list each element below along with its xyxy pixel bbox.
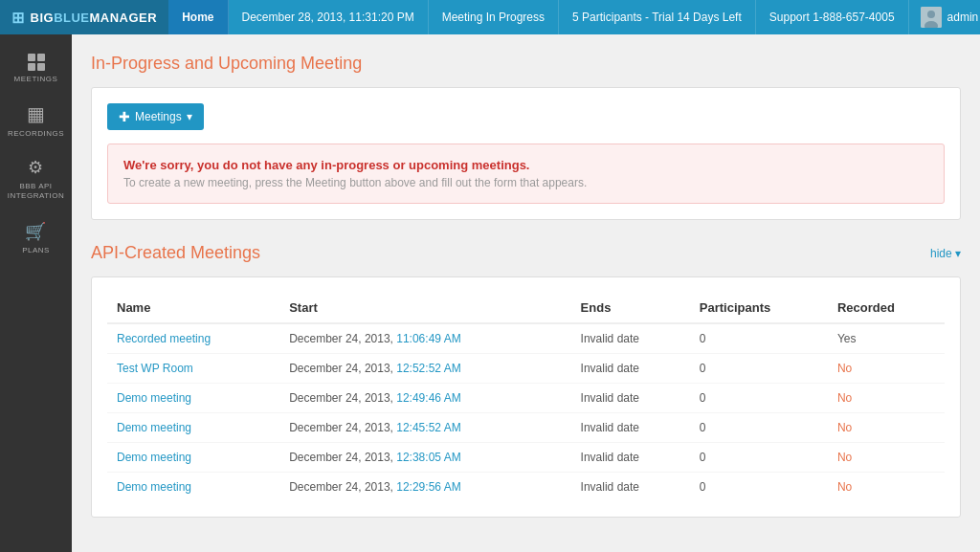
meetings-icon (28, 54, 45, 71)
nav-datetime: December 28, 2013, 11:31:20 PM (229, 0, 429, 34)
inprogress-box: ✚ Meetings ▾ We're sorry, you do not hav… (91, 87, 961, 220)
recordings-icon: ▦ (27, 102, 46, 125)
cell-ends: Invalid date (571, 443, 690, 473)
inprogress-title: In-Progress and Upcoming Meeting (91, 54, 961, 74)
cell-ends: Invalid date (571, 323, 690, 354)
nav-home[interactable]: Home (168, 0, 228, 34)
nav-right: Support 1-888-657-4005 admin (756, 0, 980, 34)
table-row: Demo meetingDecember 24, 2013, 12:29:56 … (107, 473, 945, 502)
table-header: Name Start Ends Participants Recorded (107, 293, 945, 323)
col-participants: Participants (690, 293, 828, 323)
cell-participants: 0 (690, 473, 828, 502)
cell-ends: Invalid date (571, 384, 690, 413)
cell-recorded: Yes (828, 323, 945, 354)
cell-name[interactable]: Demo meeting (107, 473, 279, 502)
col-start: Start (279, 293, 570, 323)
cell-name[interactable]: Demo meeting (107, 413, 279, 443)
cell-participants: 0 (690, 323, 828, 354)
meetings-button-caret: ▾ (187, 110, 192, 123)
table-row: Demo meetingDecember 24, 2013, 12:38:05 … (107, 443, 945, 473)
cell-ends: Invalid date (571, 473, 690, 502)
cell-participants: 0 (690, 354, 828, 384)
cell-start: December 24, 2013, 11:06:49 AM (279, 323, 570, 354)
table-row: Test WP RoomDecember 24, 2013, 12:52:52 … (107, 354, 945, 384)
nav-admin[interactable]: admin (909, 0, 980, 34)
api-icon: ⚙ (28, 157, 44, 178)
col-name: Name (107, 293, 279, 323)
sidebar-item-recordings[interactable]: ▦ RECORDINGS (0, 93, 72, 147)
top-navigation: ⊞ BIGBLUEMANAGER Home December 28, 2013,… (0, 0, 980, 34)
hide-link[interactable]: hide ▾ (930, 247, 961, 260)
col-recorded: Recorded (828, 293, 945, 323)
cell-name[interactable]: Demo meeting (107, 384, 279, 413)
meetings-button[interactable]: ✚ Meetings ▾ (107, 103, 204, 130)
alert-title: We're sorry, you do not have any in-prog… (123, 158, 928, 172)
cell-participants: 0 (690, 384, 828, 413)
sidebar-item-api-label: BBB APIINTEGRATION (8, 182, 65, 202)
nav-meeting-status: Meeting In Progress (429, 0, 559, 34)
sidebar-item-plans-label: PLANS (22, 246, 50, 254)
api-meetings-table: Name Start Ends Participants Recorded Re… (107, 293, 945, 501)
admin-label: admin (947, 11, 979, 24)
plans-icon: 🛒 (25, 221, 47, 242)
table-row: Demo meetingDecember 24, 2013, 12:49:46 … (107, 384, 945, 413)
main-content: In-Progress and Upcoming Meeting ✚ Meeti… (72, 34, 980, 552)
sidebar-item-recordings-label: RECORDINGS (8, 129, 64, 138)
cell-recorded: No (828, 384, 945, 413)
api-section-header: API-Created Meetings hide ▾ (91, 243, 961, 263)
sidebar-item-api[interactable]: ⚙ BBB APIINTEGRATION (0, 147, 72, 211)
sidebar: MEETINGS ▦ RECORDINGS ⚙ BBB APIINTEGRATI… (0, 34, 72, 552)
cell-start: December 24, 2013, 12:29:56 AM (279, 473, 570, 502)
cell-recorded: No (828, 354, 945, 384)
sidebar-item-meetings-label: MEETINGS (14, 75, 58, 83)
meetings-button-label: Meetings (135, 110, 182, 123)
cell-participants: 0 (690, 443, 828, 473)
cell-recorded: No (828, 473, 945, 502)
cell-recorded: No (828, 413, 945, 443)
col-ends: Ends (571, 293, 690, 323)
cell-recorded: No (828, 443, 945, 473)
meetings-button-plus: ✚ (119, 109, 130, 124)
sidebar-item-meetings[interactable]: MEETINGS (0, 44, 72, 93)
alert-text: To create a new meeting, press the Meeti… (123, 176, 928, 189)
cell-name[interactable]: Demo meeting (107, 443, 279, 473)
api-meetings-table-box: Name Start Ends Participants Recorded Re… (91, 276, 961, 518)
cell-start: December 24, 2013, 12:38:05 AM (279, 443, 570, 473)
nav-participants: 5 Participants - Trial 14 Days Left (559, 0, 756, 34)
cell-name[interactable]: Test WP Room (107, 354, 279, 384)
svg-point-1 (927, 11, 935, 18)
cell-participants: 0 (690, 413, 828, 443)
cell-ends: Invalid date (571, 413, 690, 443)
brand-logo[interactable]: ⊞ BIGBLUEMANAGER (0, 0, 168, 34)
api-section-title: API-Created Meetings (91, 243, 260, 263)
nav-support: Support 1-888-657-4005 (756, 0, 909, 34)
sidebar-item-plans[interactable]: 🛒 PLANS (0, 211, 72, 264)
admin-avatar (921, 7, 942, 28)
cell-start: December 24, 2013, 12:45:52 AM (279, 413, 570, 443)
table-row: Recorded meetingDecember 24, 2013, 11:06… (107, 323, 945, 354)
no-meetings-alert: We're sorry, you do not have any in-prog… (107, 144, 945, 204)
main-layout: MEETINGS ▦ RECORDINGS ⚙ BBB APIINTEGRATI… (0, 34, 980, 552)
cell-name[interactable]: Recorded meeting (107, 323, 279, 354)
cell-ends: Invalid date (571, 354, 690, 384)
brand-icon: ⊞ (11, 9, 25, 27)
cell-start: December 24, 2013, 12:49:46 AM (279, 384, 570, 413)
cell-start: December 24, 2013, 12:52:52 AM (279, 354, 570, 384)
table-body: Recorded meetingDecember 24, 2013, 11:06… (107, 323, 945, 501)
table-row: Demo meetingDecember 24, 2013, 12:45:52 … (107, 413, 945, 443)
brand-text: BIGBLUEMANAGER (31, 11, 158, 25)
